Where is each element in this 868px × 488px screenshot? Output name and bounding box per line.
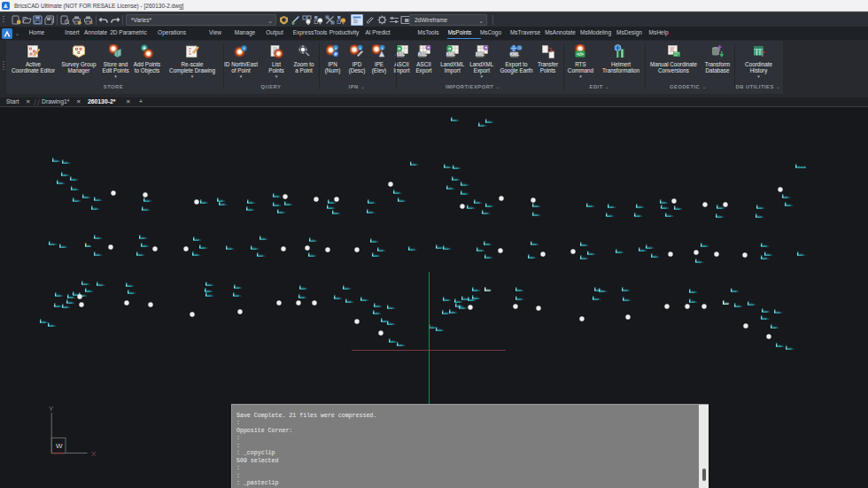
svg-text:W: W bbox=[56, 442, 63, 450]
svg-text:Y: Y bbox=[49, 405, 54, 413]
svg-text:X: X bbox=[91, 450, 97, 458]
